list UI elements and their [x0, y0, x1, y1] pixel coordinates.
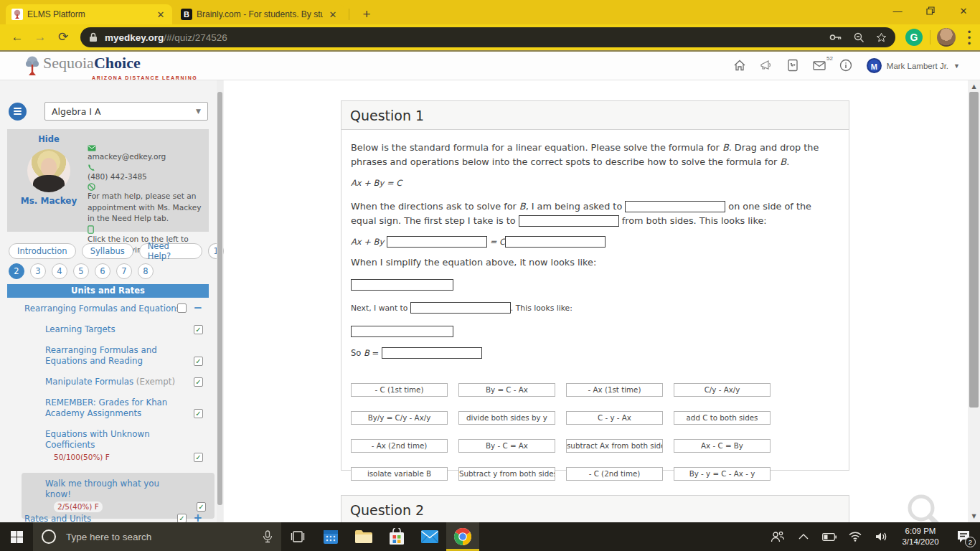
- lesson-checkbox[interactable]: ✓: [194, 453, 203, 462]
- lesson-item[interactable]: Learning Targets✓: [45, 324, 212, 335]
- drag-option[interactable]: By - C = Ax: [458, 439, 555, 453]
- window-minimize-button[interactable]: —: [881, 0, 914, 22]
- taskbar-store-button[interactable]: [380, 522, 413, 551]
- wifi-tray-button[interactable]: [842, 522, 868, 551]
- drag-option[interactable]: - C (1st time): [351, 383, 448, 397]
- scroll-up-arrow-icon[interactable]: ▲: [968, 80, 980, 93]
- nav-pill-introduction[interactable]: Introduction: [9, 243, 76, 259]
- module-checkbox[interactable]: [177, 303, 187, 313]
- start-button[interactable]: [0, 522, 33, 551]
- answer-blank[interactable]: [351, 279, 453, 291]
- module-checkbox[interactable]: ✓: [177, 514, 187, 522]
- course-select[interactable]: Algebra I A ▼: [44, 102, 208, 121]
- module-link[interactable]: Rates and Units: [24, 514, 91, 522]
- hide-link[interactable]: Hide: [13, 134, 85, 144]
- bookmark-star-icon[interactable]: [876, 32, 887, 43]
- lesson-item[interactable]: Equations with Unknown Coefficients50/10…: [45, 429, 212, 463]
- drag-option[interactable]: divide both sides by y: [458, 411, 555, 425]
- lesson-link[interactable]: Equations with Unknown Coefficients: [45, 429, 150, 450]
- page-scroll-thumb[interactable]: [969, 92, 979, 408]
- taskbar-chrome-button[interactable]: [446, 522, 479, 551]
- drag-option[interactable]: C - y - Ax: [566, 411, 663, 425]
- unit-pill-2[interactable]: 2: [9, 263, 24, 279]
- new-tab-button[interactable]: +: [357, 5, 376, 24]
- lesson-checkbox[interactable]: ✓: [194, 357, 203, 366]
- unit-pill-7[interactable]: 7: [116, 263, 132, 279]
- drag-option[interactable]: Ax - C = By: [674, 439, 771, 453]
- drag-option[interactable]: - Ax (1st time): [566, 383, 663, 397]
- grades-document-icon[interactable]: [786, 58, 800, 72]
- messages-icon[interactable]: 52: [812, 58, 826, 72]
- answer-blank[interactable]: [625, 201, 725, 212]
- lesson-item[interactable]: REMEMBER: Grades for Khan Academy Assign…: [45, 397, 212, 419]
- answer-blank[interactable]: [505, 236, 606, 248]
- browser-profile-avatar[interactable]: [937, 28, 956, 47]
- url-bar[interactable]: myedkey.org/#/quiz/274526: [80, 27, 895, 47]
- microphone-icon[interactable]: [263, 530, 273, 543]
- forward-button-icon[interactable]: →: [32, 29, 49, 46]
- taskbar-clock[interactable]: 6:09 PM 3/14/2020: [894, 526, 947, 547]
- tab-close-icon[interactable]: ✕: [155, 9, 166, 20]
- page-zoom-magnifier-icon[interactable]: [905, 492, 943, 522]
- drag-option[interactable]: subtract Ax from both sides: [566, 439, 663, 453]
- answer-blank[interactable]: [387, 236, 487, 248]
- reload-button-icon[interactable]: ⟳: [55, 29, 72, 46]
- taskbar-file-explorer-button[interactable]: [347, 522, 380, 551]
- battery-tray-button[interactable]: [816, 522, 842, 551]
- answer-blank[interactable]: [519, 215, 619, 227]
- window-restore-button[interactable]: [914, 0, 947, 22]
- people-tray-button[interactable]: [765, 522, 791, 551]
- unit-pill-6[interactable]: 6: [95, 263, 110, 279]
- expand-plus-icon[interactable]: +: [193, 512, 202, 522]
- nav-pill-need-help-[interactable]: Need Help?: [139, 243, 203, 259]
- announcements-icon[interactable]: [759, 58, 773, 72]
- nav-pill-syllabus[interactable]: Syllabus: [82, 243, 133, 259]
- lesson-link[interactable]: REMEMBER: Grades for Khan Academy Assign…: [45, 397, 167, 418]
- zoom-out-icon[interactable]: [854, 32, 864, 43]
- task-view-button[interactable]: [281, 522, 314, 551]
- info-icon[interactable]: [839, 58, 853, 72]
- lesson-link[interactable]: Learning Targets: [45, 324, 116, 334]
- unit-pill-3[interactable]: 3: [30, 263, 46, 279]
- answer-blank[interactable]: [382, 347, 482, 359]
- lesson-item[interactable]: Manipulate Formulas (Exempt)✓: [45, 377, 212, 387]
- teacher-name[interactable]: Ms. Mackey: [13, 196, 85, 206]
- taskbar-mail-button[interactable]: [413, 522, 446, 551]
- lesson-checkbox[interactable]: ✓: [194, 377, 203, 387]
- tab-elms[interactable]: ELMS Platform ✕: [6, 4, 172, 24]
- lesson-item[interactable]: Rearranging Formulas and Equations and R…: [45, 345, 212, 367]
- password-key-icon[interactable]: [829, 33, 842, 42]
- lesson-link[interactable]: Walk me through what you know!: [45, 479, 159, 499]
- sidebar-scroll-thumb[interactable]: [217, 92, 222, 505]
- module-link[interactable]: Rearranging Formulas and Equations: [24, 303, 181, 314]
- taskbar-calendar-button[interactable]: [314, 522, 347, 551]
- volume-tray-button[interactable]: [868, 522, 894, 551]
- answer-blank[interactable]: [410, 302, 511, 314]
- tab-close-icon[interactable]: ✕: [327, 9, 339, 20]
- answer-blank[interactable]: [351, 326, 453, 337]
- scroll-down-arrow-icon[interactable]: ▼: [968, 510, 980, 522]
- collapse-minus-icon[interactable]: −: [193, 301, 202, 314]
- lesson-link[interactable]: Manipulate Formulas: [45, 377, 133, 387]
- drag-option[interactable]: By/y = C/y - Ax/y: [351, 411, 448, 425]
- drag-option[interactable]: - C (2nd time): [566, 467, 663, 481]
- drag-option[interactable]: Subtract y from both sides: [458, 467, 555, 481]
- browser-menu-icon[interactable]: •••: [963, 28, 976, 47]
- sidebar-scrollbar[interactable]: [217, 80, 223, 522]
- back-button-icon[interactable]: ←: [9, 29, 26, 46]
- drag-option[interactable]: - Ax (2nd time): [351, 439, 448, 453]
- lesson-link[interactable]: Rearranging Formulas and Equations and R…: [45, 345, 157, 366]
- page-scrollbar[interactable]: ▲ ▼: [968, 80, 980, 522]
- unit-pill-5[interactable]: 5: [73, 263, 89, 279]
- lesson-checkbox[interactable]: ✓: [197, 502, 206, 512]
- unit-pill-4[interactable]: 4: [52, 263, 67, 279]
- tab-brainly[interactable]: B Brainly.com - For students. By stu ✕: [175, 4, 344, 24]
- sidebar-menu-icon[interactable]: [9, 103, 27, 121]
- grammarly-extension-icon[interactable]: G: [905, 29, 923, 46]
- drag-option[interactable]: By = C - Ax: [458, 383, 555, 397]
- drag-option[interactable]: C/y - Ax/y: [674, 383, 771, 397]
- drag-option[interactable]: add C to both sides: [674, 411, 771, 425]
- home-icon[interactable]: [732, 58, 747, 72]
- lesson-item[interactable]: Walk me through what you know!2/5(40%) F…: [22, 473, 215, 519]
- drag-option[interactable]: By - y = C - Ax - y: [674, 467, 771, 481]
